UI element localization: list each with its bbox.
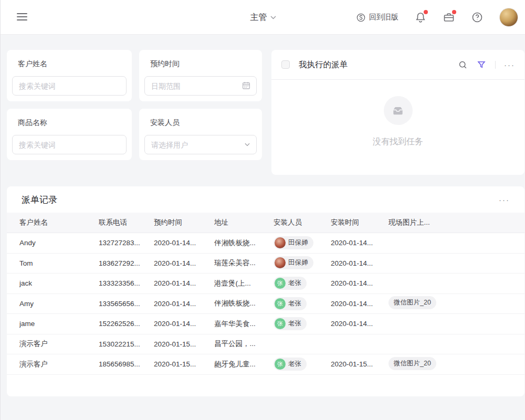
table-title: 派单记录 (22, 194, 499, 206)
cell-phone: 133565656... (99, 300, 154, 308)
cell-phone: 133323356... (99, 279, 154, 287)
cell-customer-name: 演示客户 (19, 339, 99, 349)
cell-install-time: 2020-01-14... (331, 300, 388, 308)
my-dispatch-panel: 我执行的派单 ··· 没有找到任务 (271, 50, 524, 175)
calendar-icon (242, 81, 251, 90)
cell-phone: 153022215... (99, 340, 154, 348)
more-button[interactable]: ··· (504, 61, 515, 69)
role-dropdown[interactable]: 主管 (250, 12, 276, 23)
my-dispatch-panel-header: 我执行的派单 ··· (271, 50, 524, 80)
filter-label: 安装人员 (150, 118, 257, 128)
select-all-checkbox[interactable] (281, 60, 290, 69)
installer-pill: 张 老张 (274, 277, 307, 290)
cell-address: 昌平公园，... (214, 339, 274, 349)
customer-name-input[interactable] (12, 76, 127, 96)
cell-appointment-time: 2020-01-14... (154, 300, 214, 308)
divider (495, 61, 496, 69)
column-header: 客户姓名 (19, 218, 99, 227)
table-row[interactable]: Tom 183627292... 2020-01-14... 瑞莲朵美容... … (7, 254, 524, 274)
cell-appointment-time: 2020-01-14... (154, 239, 214, 247)
cell-appointment-time: 2020-01-15... (154, 340, 214, 348)
cell-customer-name: 演示客户 (19, 360, 99, 369)
cell-install-time: 2020-01-14... (331, 259, 388, 267)
search-button[interactable] (457, 59, 468, 70)
cell-appointment-time: 2020-01-14... (154, 320, 214, 328)
filter-label: 预约时间 (150, 59, 257, 69)
filter-label: 商品名称 (18, 118, 127, 128)
filter-card-customer-name: 客户姓名 (7, 50, 132, 101)
user-avatar[interactable] (499, 8, 518, 27)
column-header: 联系电话 (99, 218, 154, 227)
installer-avatar: 张 (275, 298, 286, 309)
installer-avatar: 张 (275, 318, 286, 329)
filter-card-product-name: 商品名称 (7, 109, 132, 160)
site-photo-pill[interactable]: 微信图片_20 (388, 357, 436, 370)
empty-circle (384, 96, 413, 125)
installer-name: 田保婵 (288, 258, 308, 267)
table-row[interactable]: jame 152262526... 2020-01-14... 嘉年华美食...… (7, 314, 524, 334)
cell-install-time: 2020-01-14... (331, 320, 388, 328)
workbench-button[interactable] (443, 11, 455, 24)
cell-address: 港壹煲(上... (214, 279, 274, 288)
column-header: 安装时间 (331, 218, 388, 227)
table-more-button[interactable]: ··· (499, 196, 510, 204)
cell-customer-name: jack (19, 279, 99, 287)
inbox-icon (391, 104, 405, 118)
cell-appointment-time: 2020-01-14... (154, 279, 214, 287)
topbar-actions: 回到旧版 (356, 0, 518, 35)
cell-installer: 田保婵 (274, 256, 331, 270)
installer-avatar: 张 (275, 359, 286, 370)
cell-phone: 183627292... (99, 259, 154, 267)
back-to-old-version-button[interactable]: 回到旧版 (356, 13, 398, 23)
installer-pill: 张 老张 (274, 317, 307, 330)
site-photo-pill[interactable]: 微信图片_20 (388, 296, 436, 309)
cell-phone: 152262526... (99, 320, 154, 328)
help-icon (471, 11, 484, 24)
cell-phone: 132727283... (99, 239, 154, 247)
filter-card-installer: 安装人员 (139, 109, 262, 160)
table-header-row: 客户姓名 联系电话 预约时间 地址 安装人员 安装时间 现场图片上... (7, 213, 524, 233)
table-row[interactable]: jack 133323356... 2020-01-14... 港壹煲(上...… (7, 274, 524, 294)
column-header: 安装人员 (274, 218, 331, 227)
installer-name: 老张 (288, 299, 301, 308)
panel-title: 我执行的派单 (299, 59, 457, 70)
column-header: 现场图片上... (388, 218, 524, 227)
notifications-button[interactable] (414, 11, 427, 24)
table-row[interactable]: 演示客户 185656985... 2020-01-15... 龅牙兔儿童...… (7, 354, 524, 375)
cell-site-photo: 微信图片_20 (388, 357, 524, 372)
table-row[interactable]: Amy 133565656... 2020-01-14... 伴湘铁板烧... … (7, 294, 524, 314)
cell-address: 龅牙兔儿童... (214, 360, 274, 369)
installer-pill: 田保婵 (274, 256, 313, 269)
installer-name: 老张 (288, 360, 301, 369)
help-button[interactable] (471, 11, 484, 24)
cell-appointment-time: 2020-01-14... (154, 259, 214, 267)
menu-icon[interactable] (17, 13, 27, 22)
cell-install-time: 2020-01-14... (331, 239, 388, 247)
table-titlebar: 派单记录 ··· (7, 186, 524, 213)
dispatch-records-card: 派单记录 ··· 客户姓名 联系电话 预约时间 地址 安装人员 安装时间 现场图… (7, 186, 524, 396)
table-row[interactable]: Andy 132727283... 2020-01-14... 伴湘铁板烧...… (7, 233, 524, 254)
cell-installer: 张 老张 (274, 277, 331, 290)
product-name-input[interactable] (12, 135, 127, 154)
role-title: 主管 (250, 12, 267, 23)
cell-phone: 185656985... (99, 360, 154, 368)
filter-button[interactable] (476, 59, 487, 70)
installer-avatar: 张 (275, 278, 286, 289)
installer-avatar (275, 257, 286, 268)
switch-version-icon (356, 13, 366, 23)
installer-avatar (275, 237, 286, 248)
installer-select[interactable] (144, 135, 257, 154)
installer-name: 老张 (288, 279, 301, 288)
back-to-old-version-label: 回到旧版 (369, 13, 398, 22)
chevron-down-icon (244, 141, 251, 148)
cell-customer-name: jame (19, 320, 99, 328)
date-range-input[interactable] (144, 76, 257, 96)
cell-installer: 田保婵 (274, 236, 331, 250)
cell-address: 伴湘铁板烧... (214, 238, 274, 248)
column-header: 地址 (214, 218, 274, 227)
table-row[interactable]: 演示客户 153022215... 2020-01-15... 昌平公园，... (7, 334, 524, 355)
search-icon (458, 60, 468, 70)
cell-customer-name: Tom (19, 259, 99, 267)
filter-card-appointment-time: 预约时间 (139, 50, 262, 101)
installer-name: 田保婵 (288, 238, 308, 247)
